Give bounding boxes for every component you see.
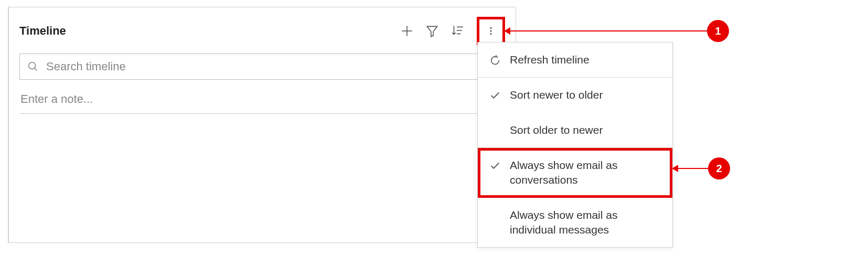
search-timeline-box[interactable]: [19, 54, 505, 80]
svg-point-5: [490, 27, 492, 29]
filter-button[interactable]: [423, 22, 441, 40]
menu-item-sort-older[interactable]: Sort older to newer: [478, 113, 672, 147]
more-commands-button[interactable]: [477, 17, 505, 45]
menu-item-refresh[interactable]: Refresh timeline: [478, 43, 672, 77]
empty-icon: [489, 124, 501, 137]
menu-item-email-conversations[interactable]: Always show email as conversations: [478, 148, 672, 198]
more-vertical-icon: [486, 26, 496, 36]
timeline-actions: [398, 17, 505, 45]
svg-line-9: [35, 68, 37, 71]
svg-point-6: [490, 30, 492, 32]
menu-item-label: Sort newer to older: [510, 88, 603, 102]
search-input[interactable]: [46, 60, 497, 73]
menu-item-label: Always show email as conversations: [510, 158, 661, 188]
callout-arrow-1: [510, 30, 709, 31]
menu-item-email-individual[interactable]: Always show email as individual messages: [478, 198, 672, 248]
note-input[interactable]: Enter a note...: [19, 89, 505, 114]
callout-arrow-2: [678, 168, 710, 169]
timeline-header: Timeline: [19, 17, 505, 45]
refresh-icon: [489, 54, 501, 67]
timeline-panel: Timeline: [8, 7, 516, 243]
menu-item-label: Always show email as individual messages: [510, 208, 661, 238]
check-icon: [489, 89, 501, 102]
timeline-title: Timeline: [19, 24, 66, 38]
sort-icon: [451, 24, 464, 38]
add-button[interactable]: [398, 22, 416, 40]
menu-item-label: Sort older to newer: [510, 123, 603, 137]
more-commands-menu: Refresh timeline Sort newer to older Sor…: [477, 42, 673, 248]
sort-button[interactable]: [448, 22, 466, 40]
menu-item-label: Refresh timeline: [510, 52, 590, 67]
search-icon: [27, 61, 39, 72]
empty-icon: [489, 209, 501, 222]
check-icon: [489, 160, 501, 172]
plus-icon: [400, 24, 414, 38]
svg-point-8: [29, 62, 36, 69]
callout-badge-1: 1: [707, 20, 729, 42]
menu-item-sort-newer[interactable]: Sort newer to older: [478, 78, 672, 112]
svg-point-7: [490, 33, 492, 35]
callout-badge-2: 2: [708, 157, 730, 179]
filter-icon: [425, 24, 439, 38]
